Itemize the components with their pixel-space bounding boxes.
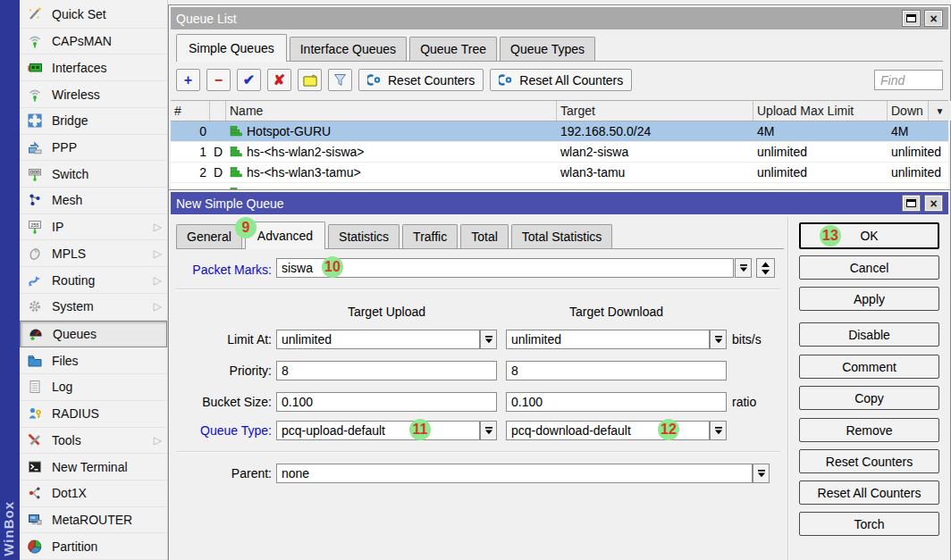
column-header-name[interactable]: Name	[226, 101, 557, 121]
sidebar-item-partition[interactable]: Partition	[20, 533, 167, 560]
packet-marks-updown-button[interactable]	[756, 258, 775, 278]
gear-icon	[26, 298, 44, 314]
sidebar-item-label: Mesh	[52, 193, 82, 207]
priority-download-input[interactable]	[506, 361, 727, 380]
column-header-target[interactable]: Target	[557, 101, 753, 121]
sidebar-item-label: Interfaces	[52, 61, 106, 75]
maximize-icon	[906, 199, 916, 207]
parent-input[interactable]	[276, 464, 753, 483]
packet-marks-input[interactable]	[276, 258, 734, 278]
sidebar-item-ppp[interactable]: PPP	[20, 135, 167, 162]
dropdown-arrow-icon	[484, 335, 493, 344]
copy-button[interactable]: Copy	[799, 386, 939, 410]
remove-button[interactable]: Remove	[799, 418, 939, 442]
apply-button[interactable]: Apply	[799, 287, 939, 311]
table-row[interactable]: 0 Hotspot-GURU 192.168.50.0/24 4M 4M	[171, 121, 948, 142]
sidebar-item-wireless[interactable]: Wireless	[20, 81, 167, 108]
tab-queue-types[interactable]: Queue Types	[500, 37, 595, 61]
sidebar-item-routing[interactable]: Routing ▷	[20, 267, 167, 294]
sidebar-item-new-terminal[interactable]: New Terminal	[20, 454, 167, 481]
sidebar-item-tools[interactable]: Tools ▷	[20, 428, 167, 455]
ppp-icon	[26, 139, 44, 155]
column-header-flags[interactable]	[210, 101, 226, 121]
table-row[interactable]: 2 D hs-<hs-wlan3-tamu> wlan3-tamu unlimi…	[171, 163, 948, 183]
column-header-down[interactable]: Down	[888, 101, 929, 121]
tab-interface-queues[interactable]: Interface Queues	[290, 37, 407, 61]
maximize-button[interactable]	[902, 195, 921, 212]
updown-arrows-icon	[761, 262, 770, 275]
enable-button[interactable]: ✔	[237, 69, 261, 91]
queue-type-upload-dropdown-button[interactable]	[480, 421, 497, 440]
sidebar-item-label: MetaROUTER	[52, 513, 132, 527]
reset-counters-button[interactable]: Reset Counters	[799, 449, 939, 473]
sidebar-item-ip[interactable]: 255 IP ▷	[20, 214, 167, 241]
queue-list-titlebar[interactable]: Queue List ×	[171, 7, 948, 29]
column-menu-button[interactable]: ▼	[929, 101, 951, 121]
comment-button[interactable]	[298, 69, 322, 91]
tab-queue-tree[interactable]: Queue Tree	[409, 37, 497, 61]
column-header-num[interactable]: #	[171, 101, 210, 121]
reset-all-counters-button[interactable]: Reset All Counters	[799, 481, 939, 505]
close-icon: ×	[930, 13, 937, 25]
packet-marks-dropdown-button[interactable]	[735, 258, 752, 278]
dropdown-arrow-icon	[484, 426, 493, 435]
sidebar-item-mpls[interactable]: MPLS ▷	[20, 240, 167, 267]
priority-upload-input[interactable]	[276, 361, 497, 380]
sidebar-item-capsman[interactable]: CAPsMAN	[20, 29, 167, 55]
comment-button[interactable]: Comment	[799, 355, 939, 379]
bucket-size-download-input[interactable]	[506, 392, 727, 412]
queue-type-download-dropdown-button[interactable]	[710, 421, 727, 440]
sidebar-item-queues[interactable]: Queues	[20, 321, 167, 348]
table-row[interactable]: 1 D hs-<hs-wlan2-siswa> wlan2-siswa unli…	[171, 142, 948, 163]
reset-counters-icon	[367, 74, 382, 86]
add-button[interactable]: +	[176, 69, 200, 91]
sidebar-item-log[interactable]: Log	[20, 374, 167, 401]
column-header-upload-max[interactable]: Upload Max Limit	[753, 101, 888, 121]
sidebar-item-interfaces[interactable]: Interfaces	[20, 54, 167, 81]
tab-traffic[interactable]: Traffic	[402, 224, 458, 248]
queue-type-upload-input[interactable]	[276, 421, 480, 440]
sidebar-item-radius[interactable]: RADIUS	[20, 401, 167, 428]
limit-at-upload-dropdown-button[interactable]	[480, 330, 497, 349]
row-upload-max: unlimited	[753, 165, 888, 180]
close-button[interactable]: ×	[924, 195, 943, 212]
reset-counters-button[interactable]: Reset Counters	[358, 69, 484, 91]
sidebar-item-switch[interactable]: Switch	[20, 161, 167, 188]
tab-total[interactable]: Total	[460, 224, 509, 248]
row-upload-max: unlimited	[753, 145, 888, 159]
find-input[interactable]	[874, 70, 943, 90]
sidebar-item-label: Partition	[52, 539, 97, 554]
limit-at-download-input[interactable]	[506, 330, 710, 349]
maximize-button[interactable]	[902, 10, 921, 27]
filter-button[interactable]	[328, 69, 352, 91]
tab-general[interactable]: General	[176, 224, 242, 248]
close-button[interactable]: ×	[924, 10, 943, 27]
limit-at-download-dropdown-button[interactable]	[710, 330, 727, 349]
tab-advanced[interactable]: Advanced	[245, 221, 325, 249]
sidebar-item-quick-set[interactable]: Quick Set	[20, 2, 167, 29]
limit-at-upload-input[interactable]	[276, 330, 480, 349]
sidebar-item-files[interactable]: Files	[20, 347, 167, 374]
reset-all-counters-button[interactable]: Reset All Counters	[490, 69, 632, 91]
bucket-size-upload-input[interactable]	[276, 392, 497, 412]
tab-statistics[interactable]: Statistics	[328, 224, 400, 248]
queue-list-tabstrip: Simple Queues Interface Queues Queue Tre…	[176, 33, 943, 62]
sidebar-item-bridge[interactable]: Bridge	[20, 108, 167, 135]
sidebar-item-metarouter[interactable]: MetaROUTER	[20, 507, 167, 534]
remove-button[interactable]: −	[206, 69, 231, 91]
svg-text:255: 255	[31, 222, 39, 228]
dialog-titlebar[interactable]: New Simple Queue ×	[171, 192, 948, 214]
disable-button[interactable]: Disable	[799, 322, 939, 347]
cancel-button[interactable]: Cancel	[799, 255, 939, 280]
tab-simple-queues[interactable]: Simple Queues	[176, 34, 287, 62]
sidebar-item-system[interactable]: System ▷	[20, 294, 167, 321]
disable-button[interactable]: ✘	[267, 69, 291, 91]
sidebar-item-dot1x[interactable]: Dot1X	[20, 481, 167, 507]
submenu-arrow-icon: ▷	[154, 221, 162, 233]
parent-dropdown-button[interactable]	[753, 464, 770, 483]
tab-total-statistics[interactable]: Total Statistics	[511, 224, 612, 248]
sidebar-item-mesh[interactable]: Mesh	[20, 188, 167, 214]
row-num: 1	[171, 145, 210, 159]
row-down: 4M	[888, 124, 948, 138]
torch-button[interactable]: Torch	[799, 512, 939, 536]
